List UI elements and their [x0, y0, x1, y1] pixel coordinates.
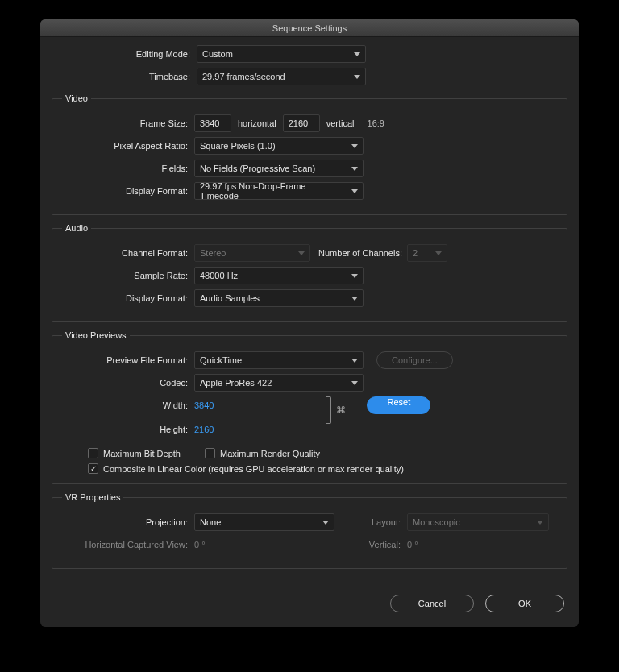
codec-label: Codec:: [62, 378, 194, 388]
max-bit-depth-label: Maximum Bit Depth: [103, 449, 181, 458]
layout-label: Layout:: [334, 517, 407, 527]
preview-height-value[interactable]: 2160: [194, 421, 214, 438]
vr-vertical-value: 0 °: [407, 540, 418, 550]
frame-height-input[interactable]: [283, 114, 320, 132]
vr-vertical-label: Vertical:: [334, 540, 407, 550]
aspect-ratio-text: 16:9: [368, 118, 384, 128]
vr-legend: VR Properties: [62, 492, 123, 502]
fields-select[interactable]: No Fields (Progressive Scan): [194, 160, 364, 177]
audio-display-format-label: Display Format:: [62, 293, 194, 303]
video-display-format-label: Display Format:: [62, 186, 194, 196]
layout-select: Monoscopic: [407, 513, 549, 531]
channel-format-label: Channel Format:: [62, 248, 194, 258]
projection-label: Projection:: [62, 517, 194, 527]
video-previews-section: Video Previews Preview File Format: Quic…: [52, 330, 567, 484]
link-bracket-icon: [326, 396, 331, 424]
hcv-label: Horizontal Captured View:: [62, 540, 194, 550]
preview-file-format-label: Preview File Format:: [62, 355, 194, 365]
vr-properties-section: VR Properties Projection: None Layout: M…: [52, 492, 567, 569]
sequence-settings-window: Sequence Settings Editing Mode: Custom T…: [40, 19, 579, 627]
max-render-quality-label: Maximum Render Quality: [220, 449, 320, 458]
video-section: Video Frame Size: horizontal vertical 16…: [52, 93, 567, 215]
codec-select[interactable]: Apple ProRes 422: [194, 374, 364, 392]
previews-legend: Video Previews: [62, 330, 130, 340]
hcv-value: 0 °: [194, 540, 334, 550]
fields-label: Fields:: [62, 164, 194, 173]
configure-button: Configure...: [376, 351, 453, 369]
max-bit-depth-checkbox[interactable]: [88, 448, 98, 458]
audio-display-format-select[interactable]: Audio Samples: [194, 289, 364, 307]
preview-width-label: Width:: [62, 396, 194, 414]
link-constrain-icon[interactable]: ⌘: [336, 404, 346, 416]
window-title: Sequence Settings: [40, 19, 579, 37]
timebase-label: Timebase:: [52, 72, 197, 81]
ok-button[interactable]: OK: [485, 595, 564, 612]
channel-format-select: Stereo: [194, 244, 310, 262]
audio-legend: Audio: [62, 223, 91, 233]
par-select[interactable]: Square Pixels (1.0): [194, 137, 364, 155]
frame-width-input[interactable]: [194, 114, 231, 132]
sample-rate-label: Sample Rate:: [62, 271, 194, 280]
composite-linear-checkbox[interactable]: [88, 463, 98, 474]
num-channels-select: 2: [407, 244, 447, 262]
timebase-select[interactable]: 29.97 frames/second: [197, 68, 366, 85]
max-render-quality-checkbox[interactable]: [205, 448, 215, 458]
projection-select[interactable]: None: [194, 513, 334, 531]
preview-file-format-select[interactable]: QuickTime: [194, 351, 364, 369]
reset-button[interactable]: Reset: [367, 396, 430, 414]
sample-rate-select[interactable]: 48000 Hz: [194, 267, 364, 284]
editing-mode-select[interactable]: Custom: [197, 45, 366, 63]
editing-mode-label: Editing Mode:: [52, 49, 197, 59]
preview-height-label: Height:: [62, 421, 194, 438]
frame-size-label: Frame Size:: [62, 118, 194, 128]
num-channels-label: Number of Channels:: [310, 248, 407, 258]
cancel-button[interactable]: Cancel: [390, 595, 474, 612]
vertical-text: vertical: [326, 118, 355, 128]
preview-width-value[interactable]: 3840: [194, 396, 214, 414]
par-label: Pixel Aspect Ratio:: [62, 141, 194, 151]
horizontal-text: horizontal: [238, 118, 276, 128]
video-display-format-select[interactable]: 29.97 fps Non-Drop-Frame Timecode: [194, 182, 364, 200]
video-legend: Video: [62, 93, 91, 103]
composite-linear-label: Composite in Linear Color (requires GPU …: [103, 464, 404, 474]
audio-section: Audio Channel Format: Stereo Number of C…: [52, 223, 567, 322]
